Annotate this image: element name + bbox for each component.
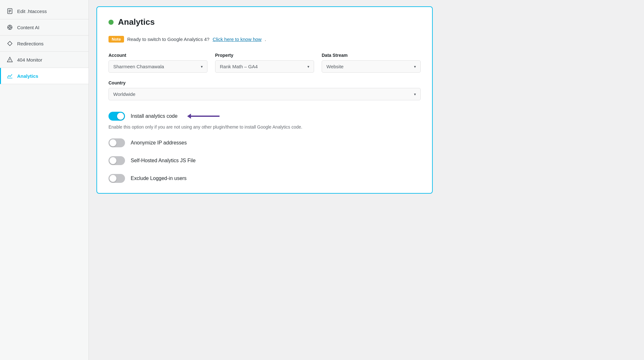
status-dot	[108, 20, 114, 25]
analytics-card: Analytics Note Ready to switch to Google…	[96, 6, 433, 194]
chevron-down-icon: ▾	[414, 92, 416, 97]
sidebar-item-label: Content AI	[17, 25, 39, 30]
exclude-logged-in-label: Exclude Logged-in users	[131, 176, 187, 181]
property-label: Property	[215, 53, 314, 58]
sidebar-item-edit-htaccess[interactable]: Edit .htaccess	[0, 3, 89, 19]
svg-point-11	[10, 61, 10, 62]
arrow-line	[191, 116, 220, 117]
property-group: Property Rank Math – GA4 ▾	[215, 53, 314, 73]
toggle-thumb	[117, 113, 124, 120]
country-row: Country Worldwide ▾	[108, 80, 421, 100]
country-group: Country Worldwide ▾	[108, 80, 421, 100]
chevron-down-icon: ▾	[414, 64, 416, 69]
account-value: Sharmeen Chasmawala	[113, 64, 164, 69]
install-analytics-description: Enable this option only if you are not u…	[108, 124, 421, 130]
card-header: Analytics	[108, 17, 421, 27]
toggle-item-install-analytics: Install analytics code	[108, 112, 421, 121]
note-badge: Note	[108, 36, 124, 43]
anonymize-ip-toggle[interactable]	[108, 138, 125, 147]
data-stream-label: Data Stream	[322, 53, 421, 58]
toggle-item-self-hosted-js: Self-Hosted Analytics JS File	[108, 156, 421, 165]
sidebar-item-label: Redirections	[17, 41, 43, 46]
sidebar-item-content-ai[interactable]: Content AI	[0, 19, 89, 36]
country-value: Worldwide	[113, 91, 135, 97]
sidebar: Edit .htaccess Content AI Redirections	[0, 0, 89, 360]
arrowhead-icon	[187, 114, 191, 119]
data-stream-value: Website	[326, 64, 344, 69]
account-group: Account Sharmeen Chasmawala ▾	[108, 53, 207, 73]
sidebar-item-label: 404 Monitor	[17, 57, 42, 63]
sidebar-item-label: Edit .htaccess	[17, 9, 47, 14]
self-hosted-js-toggle[interactable]	[108, 156, 125, 165]
toggle-thumb	[109, 139, 116, 146]
chevron-down-icon: ▾	[307, 64, 309, 69]
main-content: Analytics Note Ready to switch to Google…	[89, 0, 644, 360]
chevron-down-icon: ▾	[201, 64, 203, 69]
redirections-icon	[6, 40, 13, 47]
data-stream-group: Data Stream Website ▾	[322, 53, 421, 73]
note-text: Ready to switch to Google Analytics 4?	[127, 37, 209, 42]
page-title: Analytics	[118, 17, 155, 27]
data-stream-select[interactable]: Website ▾	[322, 60, 421, 73]
note-banner: Note Ready to switch to Google Analytics…	[108, 36, 421, 43]
toggle-thumb	[109, 157, 116, 164]
account-label: Account	[108, 53, 207, 58]
property-value: Rank Math – GA4	[220, 64, 258, 69]
install-analytics-label: Install analytics code	[131, 113, 178, 119]
self-hosted-js-label: Self-Hosted Analytics JS File	[131, 158, 196, 163]
toggle-thumb	[109, 175, 116, 182]
install-analytics-toggle[interactable]	[108, 112, 125, 121]
property-select[interactable]: Rank Math – GA4 ▾	[215, 60, 314, 73]
exclude-logged-in-toggle[interactable]	[108, 174, 125, 183]
sidebar-item-404-monitor[interactable]: 404 Monitor	[0, 52, 89, 68]
edit-htaccess-icon	[6, 8, 13, 15]
sidebar-item-analytics[interactable]: Analytics	[0, 68, 89, 84]
toggle-item-exclude-logged-in: Exclude Logged-in users	[108, 174, 421, 183]
install-analytics-toggle-row: Install analytics code Enable this optio…	[108, 112, 421, 130]
country-label: Country	[108, 80, 421, 85]
arrow-annotation	[187, 114, 220, 119]
account-select[interactable]: Sharmeen Chasmawala ▾	[108, 60, 207, 73]
svg-point-5	[9, 26, 11, 28]
note-suffix: .	[265, 37, 266, 42]
dropdowns-row: Account Sharmeen Chasmawala ▾ Property R…	[108, 53, 421, 73]
sidebar-item-label: Analytics	[17, 73, 38, 79]
sidebar-item-redirections[interactable]: Redirections	[0, 36, 89, 52]
country-select[interactable]: Worldwide ▾	[108, 88, 421, 100]
content-ai-icon	[6, 24, 13, 31]
toggle-item-anonymize-ip: Anonymize IP addresses	[108, 138, 421, 147]
anonymize-ip-label: Anonymize IP addresses	[131, 140, 187, 146]
404-monitor-icon	[6, 56, 13, 63]
analytics-icon	[6, 72, 13, 79]
note-link[interactable]: Click here to know how	[213, 37, 261, 42]
